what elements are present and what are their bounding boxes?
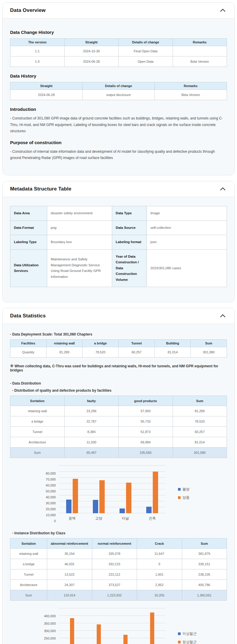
table-header-row: Facilitiesretaining walla bridgeTunnelBu… bbox=[10, 340, 227, 347]
change-history-table: The versionStraightDetails of changeRema… bbox=[10, 38, 227, 67]
legend-label: 불량 bbox=[182, 487, 190, 492]
card-title: Data Statistics bbox=[10, 313, 46, 319]
y-axis-tick: 350,000 bbox=[44, 622, 56, 625]
y-axis-tick: 30,000 bbox=[46, 501, 56, 505]
table-cell: 5 bbox=[137, 559, 182, 569]
equipment-note: ※ When collecting data, C-Thru was used … bbox=[10, 364, 227, 372]
table-cell: 81,014 bbox=[173, 437, 227, 448]
table-cell: Data Source bbox=[112, 221, 147, 235]
table-cell: 13,522 bbox=[47, 569, 92, 580]
metadata-header[interactable]: Metadata Structure Table bbox=[3, 181, 234, 197]
table-cell: 11,030 bbox=[64, 437, 119, 448]
table-cell: 1,360,051 bbox=[182, 590, 227, 601]
purpose-text: - Construction of internal state informa… bbox=[10, 149, 227, 161]
column-header: Remarks bbox=[173, 39, 227, 46]
bar-정상철근 bbox=[97, 624, 101, 644]
y-axis-tick: 300,000 bbox=[44, 629, 56, 633]
column-header: Facilities bbox=[10, 340, 47, 347]
table-row: Tunnel8,38451,87360,257 bbox=[10, 427, 227, 437]
chevron-up-icon bbox=[220, 187, 226, 191]
legend-swatch bbox=[178, 488, 181, 491]
bar-불량 bbox=[146, 507, 152, 513]
class-distribution-table: Sortationabnormal reinforcementnormal re… bbox=[10, 538, 227, 601]
y-axis-tick: 80,000 bbox=[46, 472, 56, 475]
legend-swatch bbox=[178, 632, 181, 635]
facility-distribution-chart: 010,00020,00030,00040,00050,00060,00070,… bbox=[37, 466, 227, 521]
table-cell: Data Area bbox=[10, 206, 47, 221]
statistics-header[interactable]: Data Statistics bbox=[3, 308, 234, 324]
y-axis-tick: 0 bbox=[54, 519, 56, 523]
legend-swatch bbox=[178, 496, 181, 499]
column-header: Sortation bbox=[10, 538, 47, 549]
table-cell: 301,080 bbox=[173, 448, 227, 458]
table-cell: Maintenance and Safety Management Diagno… bbox=[47, 249, 112, 287]
bar-불량 bbox=[93, 500, 98, 514]
table-cell: 81,289 bbox=[173, 406, 227, 416]
table-cell: 60,257 bbox=[118, 347, 155, 358]
table-cell: 1,223,932 bbox=[92, 590, 137, 601]
table-cell: 78,520 bbox=[82, 347, 119, 358]
table-cell: 235,583 bbox=[119, 448, 173, 458]
table-row: 1.12024-10-30Final Open Data bbox=[10, 46, 227, 56]
table-cell: 81,289 bbox=[46, 347, 82, 358]
table-cell: 238,235 bbox=[182, 569, 227, 580]
column-header: Sum bbox=[173, 396, 227, 406]
table-row: Tunnel13,522223,1121,601238,235 bbox=[10, 569, 227, 580]
bar-group bbox=[146, 472, 158, 513]
table-cell: a bridge bbox=[10, 416, 65, 427]
card-title: Data Overview bbox=[10, 7, 46, 13]
chevron-up-icon bbox=[220, 314, 226, 318]
table-row: 1.02024-06-28Open DataBeta Version bbox=[10, 56, 227, 67]
legend-item: 이상철근 bbox=[178, 631, 197, 636]
data-overview-header[interactable]: Data Overview bbox=[3, 3, 234, 18]
table-cell: 373,527 bbox=[92, 580, 137, 590]
bar-group bbox=[120, 483, 131, 514]
y-axis-tick: 70,000 bbox=[46, 478, 56, 481]
y-axis-tick: 20,000 bbox=[46, 507, 56, 511]
table-row: retaining wall23,29657,99381,289 bbox=[10, 406, 227, 416]
metadata-body: Data Areadisaster safety environmentData… bbox=[3, 197, 234, 302]
collapse-button[interactable] bbox=[219, 7, 227, 13]
x-axis-label: 건축 bbox=[149, 516, 156, 521]
column-header: Sortation bbox=[10, 396, 65, 406]
y-axis-tick: 40,000 bbox=[46, 495, 56, 499]
table-row: 2024-06-28output disclosureBeta Version bbox=[10, 90, 227, 100]
collapse-button[interactable] bbox=[219, 313, 227, 319]
chart-plot-area bbox=[59, 608, 166, 644]
column-header: Remarks bbox=[155, 82, 227, 90]
collapse-button[interactable] bbox=[219, 186, 227, 192]
table-cell: 2024-06-28 bbox=[64, 56, 119, 67]
table-row: Data Areadisaster safety environmentData… bbox=[10, 206, 227, 221]
class-distribution-chart: 050,000100,000150,000200,000250,000300,0… bbox=[37, 608, 227, 644]
table-cell: disaster safety environment bbox=[47, 206, 112, 221]
table-cell: 2,952 bbox=[137, 580, 182, 590]
table-cell: 335,078 bbox=[92, 549, 137, 559]
table-cell: Open Data bbox=[119, 56, 173, 67]
table-cell: 23,296 bbox=[64, 406, 119, 416]
legend-item: 양품 bbox=[178, 495, 190, 500]
table-cell bbox=[173, 46, 227, 56]
table-cell: 2023/301,080 cases bbox=[147, 249, 227, 287]
table-cell: Final Open Data bbox=[119, 46, 173, 56]
bar-group bbox=[118, 635, 133, 644]
bar-양품 bbox=[73, 479, 78, 513]
legend-item: 정상철근 bbox=[178, 640, 197, 644]
metadata-card: Metadata Structure Table Data Areadisast… bbox=[2, 181, 235, 302]
introduction-heading: Introduction bbox=[10, 107, 227, 112]
table-cell: 81,014 bbox=[155, 347, 191, 358]
bar-group bbox=[66, 479, 78, 513]
legend-item: 불량 bbox=[178, 487, 190, 492]
table-cell: Beta Version bbox=[173, 56, 227, 67]
table-row: a bridge46,931292,2155339,151 bbox=[10, 559, 227, 569]
table-cell: Labeling format bbox=[112, 235, 147, 250]
chart-y-axis: 050,000100,000150,000200,000250,000300,0… bbox=[37, 616, 59, 644]
metadata-table: Data Areadisaster safety environmentData… bbox=[10, 206, 227, 287]
column-header: Details of change bbox=[82, 82, 155, 90]
deployment-scale-label: - Data Deployment Scale: Total 301,080 C… bbox=[10, 332, 227, 336]
table-row: Sum65,497235,583301,080 bbox=[10, 448, 227, 458]
table-cell: Data Format bbox=[10, 221, 47, 235]
column-header: normal reinforcement bbox=[92, 538, 137, 549]
table-cell: 22,787 bbox=[64, 416, 119, 427]
table-cell: 381,879 bbox=[182, 549, 227, 559]
table-header-row: The versionStraightDetails of changeRema… bbox=[10, 39, 227, 46]
